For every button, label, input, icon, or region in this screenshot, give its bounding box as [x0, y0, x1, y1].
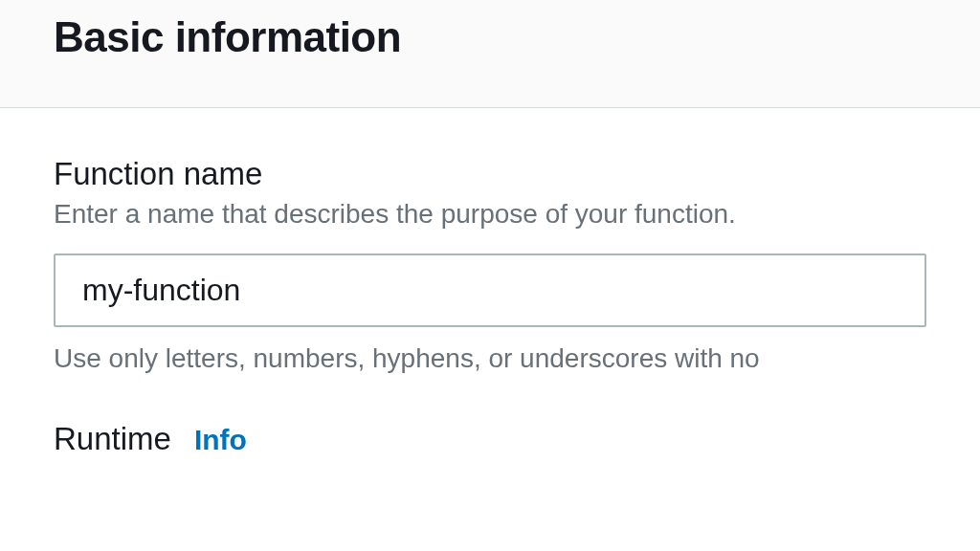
runtime-info-link[interactable]: Info [194, 424, 247, 456]
function-name-constraint: Use only letters, numbers, hyphens, or u… [54, 341, 926, 377]
form-body: Function name Enter a name that describe… [0, 108, 980, 461]
runtime-field-group: Runtime Info [54, 421, 926, 461]
runtime-label: Runtime [54, 421, 171, 457]
runtime-label-row: Runtime Info [54, 421, 926, 461]
function-name-description: Enter a name that describes the purpose … [54, 196, 926, 232]
section-header: Basic information [0, 0, 980, 108]
function-name-field-group: Function name Enter a name that describe… [54, 156, 926, 377]
function-name-input[interactable] [54, 253, 926, 327]
section-title: Basic information [54, 13, 926, 61]
function-name-label: Function name [54, 156, 926, 192]
